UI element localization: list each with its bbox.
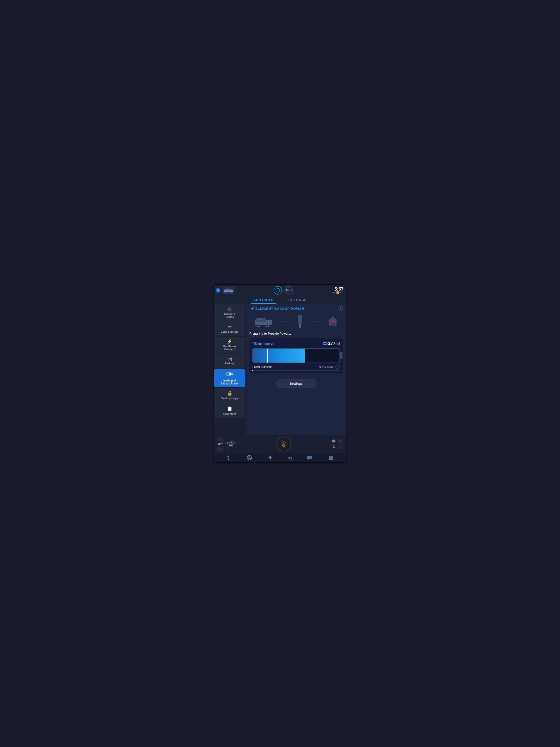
settings-button[interactable]: Settings [276,379,316,388]
alexa-button[interactable] [273,286,282,294]
svg-point-16 [299,326,301,327]
bottom-icon-fan[interactable] [268,455,273,460]
house-svg-icon: ✕ [326,315,339,328]
rear-seat-icon[interactable]: 🪑 [332,445,336,449]
battery-mini-icon [323,342,327,345]
range-unit: mi [337,342,340,345]
power-max-kw: 9.6 kW [325,365,334,368]
zone-lighting-icon: ✳ [228,324,232,329]
mi-range: 177 mi [323,341,340,346]
bottom-icon-seat-heat[interactable] [226,455,231,460]
signal-icon: ↓↑4 [332,291,335,294]
ac-label: A/C [229,444,233,447]
dash-line-1 [225,443,229,444]
section-title: INTELLIGENT BACKUP POWER [249,307,304,310]
svg-rect-6 [231,373,233,375]
sidebar-item-parking[interactable]: |P| Parking [214,354,245,368]
main-screen: ✕ Ford 5:57 ↓↑4 📶 83° [213,284,347,463]
diagram-charger [296,314,304,328]
vol-up-button[interactable]: + [338,439,344,443]
connector-right [311,321,319,321]
vol-side-buttons: + – [338,439,344,449]
backup-power-diagram: ✕ [249,313,343,329]
backup-power-icon [226,371,233,378]
defrost-icon[interactable] [331,439,337,444]
svg-rect-32 [329,456,333,458]
temperature-display: 83° [340,291,344,294]
svg-text:OFF: OFF [308,458,312,460]
pro-power-icon: ⚡ [227,339,233,344]
volume-knob[interactable]: VOL ⏻ [276,437,291,452]
bottom-icons-row: |P| OFF [214,453,346,462]
reserve-divider [267,349,268,363]
svg-text:✕: ✕ [330,319,335,325]
status-text: Preparing to Provide Power... [249,332,343,335]
parking-icon: |P| [228,357,232,361]
vol-label: VOL [281,441,286,443]
tab-settings[interactable]: SETTINGS [286,297,309,304]
sidebar-item-valet-mode[interactable]: 📋 Valet Mode [214,403,245,418]
house-icon: ✕ [326,315,339,328]
svg-rect-10 [257,318,261,320]
svg-rect-5 [227,373,229,375]
bottom-icon-rear-defrost[interactable]: OFF [307,456,313,460]
sidebar-label-onboard-scales: OnboardScales [224,313,235,319]
bottom-controls: + 70° – AUTO A/C VOL [214,435,346,462]
svg-point-23 [249,457,250,458]
bottom-icon-steering-wheel[interactable] [247,455,252,460]
sidebar-item-intelligent-backup-power[interactable]: IntelligentBackup Power [214,369,245,387]
main-content: ⚖ OnboardScales ✳ Zone Lighting ⚡ Pro Po… [214,304,346,435]
power-transfer-label: Power Transfer: [252,365,272,368]
battery-header: 40 mi Reserve 177 mi [252,341,340,346]
valet-mode-icon: 📋 [227,406,233,411]
battery-fill-bar [253,349,305,363]
battery-terminal [340,352,343,359]
tab-controls[interactable]: CONTROLS [251,297,276,304]
svg-point-12 [266,324,269,327]
reserve-miles: 40 [252,341,257,346]
top-bar: ✕ Ford 5:57 ↓↑4 📶 83° [214,285,346,295]
svg-point-11 [257,324,260,327]
temp-down-button[interactable]: – [216,447,223,451]
auto-ac-display: AUTO A/C [225,441,236,447]
sidebar-label-valet-mode: Valet Mode [223,412,236,415]
svg-rect-1 [225,289,231,291]
charger-icon [296,314,304,328]
sidebar-item-seat-settings[interactable]: 🔒 Seat Settings [214,388,245,403]
top-right: 5:57 ↓↑4 📶 83° [332,287,344,294]
bottom-top-row: + 70° – AUTO A/C VOL [214,435,346,453]
seat-settings-icon: 🔒 [227,390,233,396]
top-left: ✕ [216,287,235,294]
svg-rect-14 [299,316,301,321]
info-icon[interactable]: i [339,306,343,311]
power-info-icon[interactable]: i [336,364,340,369]
power-symbol-icon: ⏻ [282,443,286,447]
sidebar-label-zone-lighting: Zone Lighting [221,330,238,333]
bottom-icon-rear-seat[interactable] [328,455,334,460]
status-icons: ↓↑4 📶 83° [332,291,344,294]
ford-logo: Ford [285,286,293,294]
transfer-bar-fill [252,370,253,371]
svg-point-2 [225,291,227,293]
diagram-truck-icon [254,315,273,328]
sidebar-item-onboard-scales[interactable]: ⚖ OnboardScales [214,304,245,321]
vehicle-icon [222,287,235,294]
sidebar-item-zone-lighting[interactable]: ✳ Zone Lighting [214,321,245,336]
reserve-label: 40 mi Reserve [252,341,274,346]
truck-thumbnail-icon [223,288,234,293]
dash-line-3 [233,443,236,444]
sidebar-item-pro-power-onboard[interactable]: ⚡ Pro PowerOnboard [214,337,245,353]
parking-text-icon: |P| [288,456,291,460]
section-title-row: INTELLIGENT BACKUP POWER i [249,306,343,311]
vol-down-button[interactable]: – [338,444,344,449]
right-panel: INTELLIGENT BACKUP POWER i [246,304,346,435]
bottom-icon-parking[interactable]: |P| [288,456,291,460]
alexa-ring-icon [275,288,280,292]
sidebar-label-intelligent-backup-power: IntelligentBackup Power [221,379,239,385]
reserve-mi-label: mi Reserve [258,342,274,345]
temp-up-button[interactable]: + [216,437,223,441]
close-button[interactable]: ✕ [216,288,220,293]
svg-rect-33 [329,458,333,460]
battery-bar [252,348,340,363]
transfer-progress-bar [252,370,340,371]
